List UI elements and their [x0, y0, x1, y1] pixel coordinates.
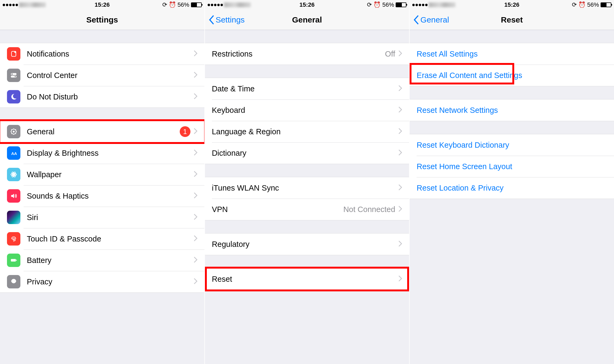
chevron-icon: [194, 72, 197, 79]
row-label: Date & Time: [212, 84, 399, 93]
general-row-dictionary[interactable]: Dictionary: [205, 142, 409, 164]
chevron-icon: [194, 257, 197, 264]
svg-point-4: [12, 73, 13, 75]
row-label: Language & Region: [212, 127, 399, 136]
rotation-lock-icon: ⟳: [162, 1, 167, 8]
battery-icon: [396, 2, 406, 7]
settings-row-general[interactable]: General 1: [0, 121, 204, 142]
row-label: Erase All Content and Settings: [417, 71, 607, 80]
signal-icon: [412, 4, 428, 6]
badge: 1: [180, 126, 190, 137]
row-label: Restrictions: [212, 50, 385, 58]
row-label: Reset Keyboard Dictionary: [417, 141, 607, 150]
chevron-icon: [194, 149, 197, 157]
alarm-icon: ⏰: [373, 1, 381, 8]
row-label: Touch ID & Passcode: [27, 235, 194, 243]
notifications-icon: [7, 47, 20, 61]
row-label: Reset Network Settings: [417, 106, 607, 115]
reset-row-network[interactable]: Reset Network Settings: [410, 99, 614, 121]
page-title: Settings: [86, 15, 118, 24]
row-label: General: [27, 127, 180, 136]
general-row-language[interactable]: Language & Region: [205, 121, 409, 142]
settings-row-wallpaper[interactable]: Wallpaper: [0, 164, 204, 185]
row-label: Keyboard: [212, 106, 399, 115]
chevron-icon: [398, 184, 402, 192]
settings-row-display[interactable]: AA Display & Brightness: [0, 142, 204, 164]
gear-icon: [7, 125, 20, 138]
chevron-icon: [398, 85, 402, 92]
sounds-icon: [7, 189, 20, 203]
battery-icon: [601, 2, 611, 7]
battery-percent: 56%: [382, 1, 394, 8]
settings-row-notifications[interactable]: Notifications: [0, 43, 204, 65]
row-label: Siri: [27, 213, 194, 222]
general-row-reset[interactable]: Reset: [205, 268, 409, 290]
moon-icon: [7, 90, 20, 103]
settings-row-control-center[interactable]: Control Center: [0, 65, 204, 86]
chevron-icon: [194, 192, 197, 200]
general-row-keyboard[interactable]: Keyboard: [205, 99, 409, 121]
chevron-icon: [398, 275, 402, 283]
row-label: Wallpaper: [27, 170, 194, 179]
page-title: General: [292, 15, 322, 24]
general-row-regulatory[interactable]: Regulatory: [205, 233, 409, 255]
back-button[interactable]: General: [413, 15, 449, 25]
chevron-icon: [194, 128, 197, 135]
back-button[interactable]: Settings: [209, 15, 245, 25]
nav-bar: Settings General: [205, 10, 409, 30]
row-value: Off: [385, 50, 395, 58]
control-center-icon: [7, 69, 20, 82]
battery-percent: 56%: [587, 1, 599, 8]
chevron-icon: [194, 50, 197, 58]
wallpaper-icon: [7, 168, 20, 181]
settings-row-touchid[interactable]: Touch ID & Passcode: [0, 228, 204, 250]
settings-row-sounds[interactable]: Sounds & Haptics: [0, 185, 204, 207]
settings-row-privacy[interactable]: Privacy: [0, 271, 204, 292]
signal-icon: [208, 4, 223, 6]
carrier-name: [224, 2, 251, 7]
chevron-icon: [398, 50, 402, 58]
row-label: Dictionary: [212, 149, 399, 158]
svg-point-7: [13, 131, 15, 133]
settings-row-dnd[interactable]: Do Not Disturb: [0, 86, 204, 107]
siri-icon: [7, 211, 20, 224]
chevron-icon: [398, 240, 402, 248]
reset-row-location-privacy[interactable]: Reset Location & Privacy: [410, 177, 614, 199]
reset-screen: 15:26 ⟳ ⏰ 56% General Reset Reset All Se…: [410, 0, 614, 364]
reset-row-all-settings[interactable]: Reset All Settings: [410, 43, 614, 65]
general-row-vpn[interactable]: VPN Not Connected: [205, 199, 409, 220]
signal-icon: [3, 4, 18, 6]
general-row-restrictions[interactable]: Restrictions Off: [205, 43, 409, 65]
row-label: Reset All Settings: [417, 50, 607, 58]
carrier-name: [429, 2, 455, 7]
row-label: Notifications: [27, 50, 194, 58]
general-screen: 15:26 ⟳ ⏰ 56% Settings General Restricti…: [205, 0, 410, 364]
svg-text:AA: AA: [11, 151, 17, 156]
row-label: Do Not Disturb: [27, 92, 194, 101]
chevron-icon: [398, 106, 402, 114]
row-label: Sounds & Haptics: [27, 192, 194, 200]
svg-point-5: [15, 76, 16, 77]
row-label: Control Center: [27, 71, 194, 80]
general-row-datetime[interactable]: Date & Time: [205, 78, 409, 99]
svg-line-13: [15, 133, 16, 134]
chevron-icon: [194, 278, 197, 285]
row-label: Display & Brightness: [27, 149, 194, 158]
display-icon: AA: [7, 146, 20, 160]
rotation-lock-icon: ⟳: [367, 1, 372, 8]
reset-row-erase-all[interactable]: Erase All Content and Settings: [410, 65, 614, 86]
settings-row-battery[interactable]: Battery: [0, 250, 204, 271]
general-row-itunes-sync[interactable]: iTunes WLAN Sync: [205, 177, 409, 199]
status-bar: 15:26 ⟳ ⏰ 56%: [205, 0, 409, 10]
chevron-icon: [398, 206, 402, 213]
nav-bar: General Reset: [410, 10, 614, 30]
carrier-name: [19, 2, 46, 7]
row-label: Reset Home Screen Layout: [417, 162, 607, 171]
reset-row-home-layout[interactable]: Reset Home Screen Layout: [410, 156, 614, 177]
privacy-icon: [7, 275, 20, 288]
status-time: 15:26: [504, 1, 519, 8]
settings-row-siri[interactable]: Siri: [0, 207, 204, 228]
reset-row-keyboard-dict[interactable]: Reset Keyboard Dictionary: [410, 134, 614, 156]
chevron-icon: [398, 128, 402, 135]
row-label: iTunes WLAN Sync: [212, 184, 399, 192]
